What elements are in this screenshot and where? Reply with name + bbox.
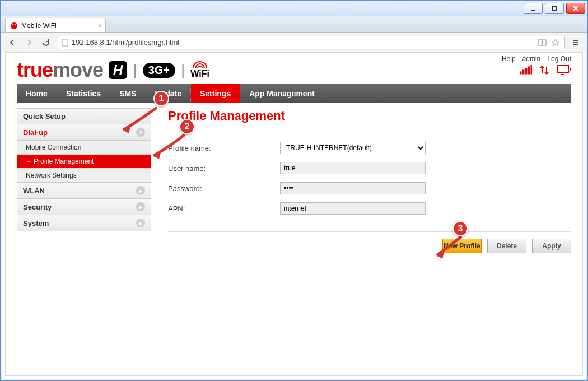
- logo-wifi: WiFi: [190, 61, 209, 79]
- profile-name-select[interactable]: TRUE-H INTERNET(default): [280, 142, 426, 154]
- window-close-button[interactable]: [566, 3, 585, 14]
- annotation-arrow-3: [429, 233, 468, 263]
- password-input[interactable]: [280, 182, 426, 194]
- app-window: Mobile WiFi × 192.168.8.1/html/profilesm…: [0, 0, 588, 381]
- logo-row: truemove H | 3G+ | WiFi: [6, 53, 582, 84]
- back-button[interactable]: [6, 36, 18, 49]
- page-title: Profile Management: [168, 109, 571, 127]
- svg-point-4: [11, 22, 17, 29]
- logo-separator: |: [181, 61, 185, 79]
- translate-icon[interactable]: [538, 38, 547, 47]
- annotation-badge-1: 1: [153, 91, 169, 106]
- status-icons: [520, 65, 571, 75]
- browser-menu-button[interactable]: [570, 36, 582, 49]
- page-content: Help admin Log Out truemove H | 3G+ | Wi…: [5, 52, 583, 376]
- main-content: Profile Management Profile name: TRUE-H …: [168, 109, 571, 253]
- tab-close-icon[interactable]: ×: [98, 22, 102, 30]
- nav-settings[interactable]: Settings: [191, 84, 240, 103]
- side-profile-management[interactable]: Profile Management: [17, 155, 151, 169]
- logo-h-badge: H: [109, 61, 127, 79]
- apply-button[interactable]: Apply: [532, 239, 571, 253]
- label-password: Password:: [168, 184, 280, 193]
- svg-rect-1: [552, 6, 557, 11]
- page-icon: [62, 39, 68, 47]
- logout-link[interactable]: Log Out: [547, 55, 571, 63]
- annotation-arrow-2: [144, 131, 189, 164]
- data-transfer-icon: [539, 65, 550, 75]
- window-maximize-button[interactable]: [545, 3, 564, 14]
- browser-tab[interactable]: Mobile WiFi ×: [5, 18, 106, 32]
- action-bar: New Profile Delete Apply: [168, 231, 571, 253]
- nav-sms[interactable]: SMS: [110, 84, 146, 103]
- annotation-badge-2: 2: [179, 119, 195, 134]
- reload-button[interactable]: [40, 36, 52, 49]
- logo-separator: |: [133, 61, 137, 79]
- side-system[interactable]: System▸: [17, 215, 151, 231]
- svg-rect-12: [522, 70, 524, 74]
- label-user-name: User name:: [168, 164, 280, 173]
- annotation-badge-3: 3: [452, 221, 468, 236]
- url-text: 192.168.8.1/html/profilesmgr.html: [72, 38, 179, 47]
- side-mobile-connection[interactable]: Mobile Connection: [17, 141, 151, 155]
- wifi-arcs-icon: [192, 61, 208, 69]
- browser-toolbar: 192.168.8.1/html/profilesmgr.html: [1, 33, 587, 52]
- svg-rect-16: [557, 66, 568, 73]
- chevron-right-icon: ▸: [136, 186, 145, 195]
- forward-button[interactable]: [23, 36, 35, 49]
- svg-rect-7: [542, 40, 546, 45]
- window-titlebar: [1, 1, 587, 16]
- label-apn: APN:: [168, 205, 280, 213]
- favicon-icon: [10, 22, 18, 30]
- nav-app-management[interactable]: App Management: [240, 84, 324, 103]
- help-link[interactable]: Help: [502, 55, 516, 63]
- header-links: Help admin Log Out: [502, 55, 571, 63]
- side-network-settings[interactable]: Network Settings: [17, 169, 151, 183]
- chevron-right-icon: ▸: [136, 202, 145, 211]
- signal-icon: [520, 65, 532, 75]
- apn-input[interactable]: [280, 202, 426, 215]
- nav-home[interactable]: Home: [17, 84, 57, 103]
- monitor-icon: [557, 65, 571, 75]
- svg-rect-5: [62, 39, 68, 46]
- chevron-right-icon: ▸: [136, 219, 145, 227]
- side-security[interactable]: Security▸: [17, 198, 151, 215]
- nav-statistics[interactable]: Statistics: [57, 84, 110, 103]
- main-nav: Home Statistics SMS Update Settings App …: [17, 84, 571, 103]
- svg-rect-6: [538, 40, 542, 45]
- logo-3g-badge: 3G+: [143, 63, 175, 78]
- svg-rect-15: [531, 65, 532, 74]
- svg-rect-13: [525, 68, 527, 74]
- svg-rect-11: [520, 72, 521, 74]
- admin-link[interactable]: admin: [522, 55, 541, 63]
- window-minimize-button[interactable]: [524, 3, 543, 14]
- side-wlan[interactable]: WLAN▸: [17, 182, 151, 199]
- svg-rect-14: [528, 67, 530, 74]
- user-name-input[interactable]: [280, 162, 426, 174]
- browser-tabstrip: Mobile WiFi ×: [1, 16, 587, 33]
- logo-truemove: truemove: [17, 58, 103, 82]
- tab-title: Mobile WiFi: [21, 22, 57, 30]
- delete-button[interactable]: Delete: [487, 239, 526, 253]
- bookmark-star-icon[interactable]: [551, 38, 560, 47]
- address-bar[interactable]: 192.168.8.1/html/profilesmgr.html: [57, 36, 565, 49]
